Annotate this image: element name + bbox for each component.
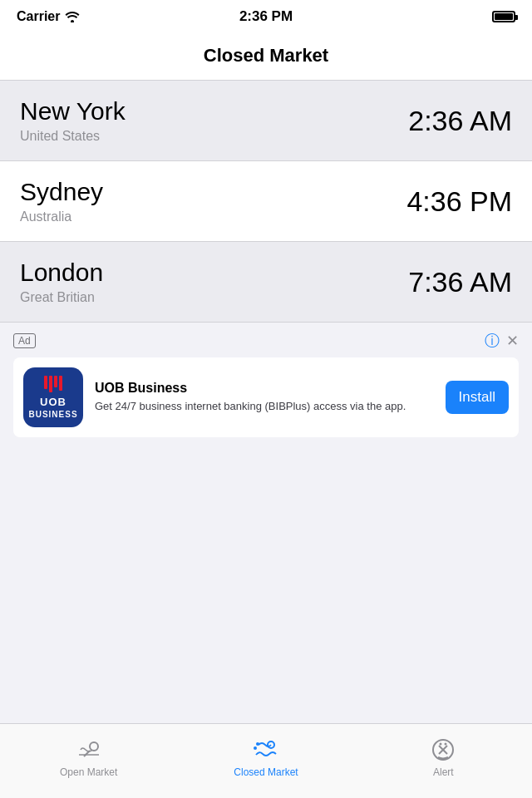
- status-bar: Carrier 2:36 PM: [0, 0, 532, 33]
- ad-logo: UOB BUSINESS: [23, 367, 83, 427]
- ad-close-icon[interactable]: ✕: [506, 332, 519, 350]
- market-time-sydney: 4:36 PM: [406, 185, 512, 218]
- ad-banner: Ad ⓘ ✕ UOB BUSINESS UOB Business Get 24/…: [0, 323, 532, 446]
- market-row-sydney[interactable]: Sydney Australia 4:36 PM: [0, 161, 532, 242]
- market-info-new-york: New York United States: [20, 97, 126, 144]
- svg-point-10: [445, 742, 447, 745]
- ad-content: UOB BUSINESS UOB Business Get 24/7 busin…: [13, 357, 519, 437]
- nav-bar: Closed Market: [0, 33, 532, 81]
- status-right: [492, 11, 515, 22]
- market-time-london: 7:36 AM: [408, 266, 512, 298]
- tab-open-market[interactable]: Open Market: [0, 724, 177, 790]
- status-carrier: Carrier: [17, 9, 80, 24]
- open-market-icon: [76, 736, 102, 763]
- tab-alert[interactable]: Alert: [355, 724, 532, 790]
- ad-header: Ad ⓘ ✕: [13, 331, 519, 351]
- svg-point-4: [256, 742, 259, 746]
- market-row-london[interactable]: London Great Britian 7:36 AM: [0, 242, 532, 323]
- status-time: 2:36 PM: [239, 8, 293, 25]
- svg-point-9: [440, 742, 442, 745]
- ad-text: UOB Business Get 24/7 business internet …: [95, 381, 434, 414]
- wifi-icon: [65, 11, 80, 22]
- tab-alert-label: Alert: [433, 766, 454, 778]
- svg-point-0: [71, 20, 74, 22]
- market-country-sydney: Australia: [20, 209, 103, 224]
- tab-closed-market-label: Closed Market: [234, 766, 298, 778]
- market-info-london: London Great Britian: [20, 259, 103, 305]
- ad-info-icon[interactable]: ⓘ: [485, 331, 500, 351]
- market-row-new-york[interactable]: New York United States 2:36 AM: [0, 81, 532, 161]
- alert-icon: [430, 736, 456, 763]
- tab-open-market-label: Open Market: [60, 766, 117, 778]
- market-time-new-york: 2:36 AM: [408, 105, 512, 137]
- market-list: New York United States 2:36 AM Sydney Au…: [0, 81, 532, 323]
- ad-install-button[interactable]: Install: [446, 381, 509, 414]
- ad-description: Get 24/7 business internet banking (BIBP…: [95, 399, 434, 414]
- carrier-label: Carrier: [17, 9, 60, 24]
- svg-point-5: [254, 746, 257, 750]
- market-city-sydney: Sydney: [20, 178, 103, 206]
- market-country-new-york: United States: [20, 129, 126, 144]
- ad-label: Ad: [13, 333, 36, 348]
- tab-closed-market[interactable]: Closed Market: [177, 724, 354, 790]
- battery-icon: [492, 11, 515, 22]
- market-info-sydney: Sydney Australia: [20, 178, 103, 224]
- market-city-new-york: New York: [20, 97, 126, 126]
- tab-bar: Open Market Closed Market Alert: [0, 723, 532, 798]
- market-city-london: London: [20, 259, 103, 287]
- ad-company-name: UOB Business: [95, 381, 434, 396]
- svg-point-1: [90, 742, 98, 751]
- closed-market-icon: [253, 736, 279, 763]
- page-title: Closed Market: [204, 45, 328, 66]
- ad-action-icons: ⓘ ✕: [485, 331, 519, 351]
- market-country-london: Great Britian: [20, 290, 103, 305]
